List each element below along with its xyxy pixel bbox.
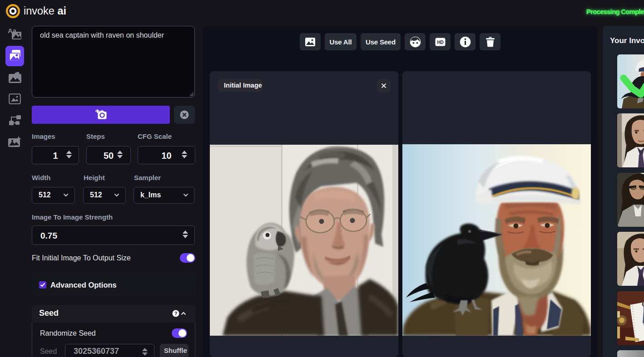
svg-text:?: ?	[174, 311, 178, 316]
svg-text:HD: HD	[437, 39, 443, 44]
